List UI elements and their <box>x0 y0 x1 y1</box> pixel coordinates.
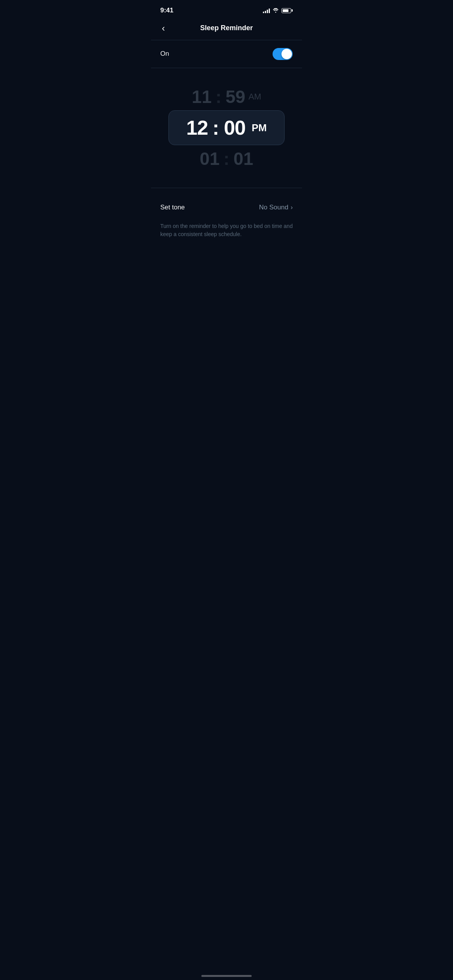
set-tone-row[interactable]: Set tone No Sound › <box>151 196 302 219</box>
set-tone-label: Set tone <box>160 204 185 211</box>
toggle-knob <box>281 49 292 59</box>
ghost-minute-above: 59 <box>226 86 245 107</box>
back-button[interactable]: ‹ <box>159 21 168 35</box>
header: ‹ Sleep Reminder <box>151 19 302 37</box>
set-tone-value[interactable]: No Sound › <box>259 204 293 211</box>
battery-icon <box>281 8 293 13</box>
time-row-active[interactable]: 12 : 00 PM <box>168 110 285 145</box>
time-row-above[interactable]: 11 : 59 AM <box>192 83 261 110</box>
toggle-row: On <box>151 40 302 68</box>
active-hour: 12 <box>186 116 208 139</box>
ghost-minute-below: 01 <box>233 148 253 169</box>
chevron-right-icon: › <box>291 204 293 211</box>
status-icons <box>263 8 293 13</box>
ghost-hour-above: 11 <box>192 86 211 107</box>
wifi-icon <box>272 8 279 13</box>
time-colon: : <box>213 116 219 139</box>
signal-icon <box>263 8 270 13</box>
reminder-toggle[interactable] <box>273 48 293 60</box>
ghost-colon-below: : <box>223 148 230 169</box>
active-period: PM <box>252 122 267 134</box>
description-text: Turn on the reminder to help you go to b… <box>151 219 302 248</box>
time-picker-container: 11 : 59 AM 12 : 00 PM 01 : 01 <box>151 68 302 188</box>
ghost-period-above: AM <box>249 92 261 102</box>
active-minute: 00 <box>224 116 245 139</box>
set-tone-current-value: No Sound <box>259 204 288 211</box>
picker-divider <box>151 188 302 188</box>
status-time: 9:41 <box>160 7 173 14</box>
toggle-label: On <box>160 50 169 58</box>
status-bar: 9:41 <box>151 0 302 19</box>
ghost-colon-above: : <box>215 86 223 107</box>
time-row-below[interactable]: 01 : 01 <box>200 145 253 172</box>
ghost-hour-below: 01 <box>200 148 220 169</box>
page-title: Sleep Reminder <box>159 24 294 32</box>
time-picker: 11 : 59 AM 12 : 00 PM 01 : 01 <box>160 83 293 172</box>
